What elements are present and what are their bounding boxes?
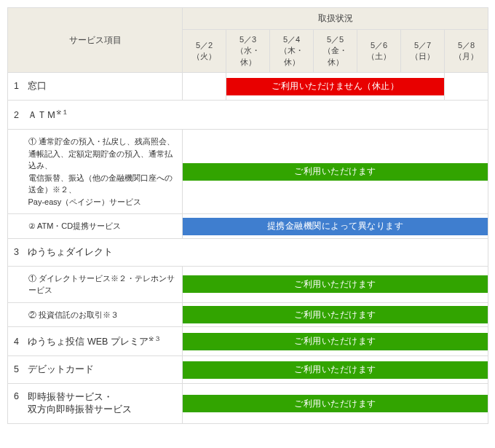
row-4-sup: ※３ bbox=[148, 335, 161, 342]
header-day-5: 5／7 （日） bbox=[401, 30, 445, 73]
bar-available-d2: ご利用いただけます bbox=[183, 306, 488, 323]
row-3-1-label: ① ダイレクトサービス※２・テレホンサービス bbox=[24, 266, 183, 302]
row-3: 3 ゆうちょダイレクト bbox=[8, 238, 488, 266]
row-4-label: ゆうちょ投信 WEB プレミア bbox=[28, 337, 148, 347]
header-day-0: 5／2 （火） bbox=[183, 30, 226, 73]
row-6: 6 即時振替サービス・ 双方向即時振替サービス ご利用いただけます bbox=[8, 384, 488, 424]
row-3-1: ① ダイレクトサービス※２・テレホンサービス ご利用いただけます bbox=[8, 266, 488, 302]
header-day-2: 5／4 （木・休） bbox=[270, 30, 314, 73]
bar-available-d1: ご利用いただけます bbox=[183, 275, 488, 293]
header-service: サービス項目 bbox=[8, 8, 183, 73]
row-3-2: ② 投資信託のお取引※３ ご利用いただけます bbox=[8, 302, 488, 327]
bar-varies: 提携金融機関によって異なります bbox=[183, 218, 488, 235]
row-2-2-label: ② ATM・CD提携サービス bbox=[24, 214, 183, 239]
row-1: 1 窓口 ご利用いただけません（休止） bbox=[8, 73, 488, 101]
row-1-label: 窓口 bbox=[28, 81, 47, 91]
bar-unavailable: ご利用いただけません（休止） bbox=[226, 78, 444, 95]
row-1-num: 1 bbox=[14, 81, 25, 91]
header-status: 取扱状況 bbox=[183, 8, 488, 30]
bar-available-4: ご利用いただけます bbox=[183, 333, 488, 350]
row-2-num: 2 bbox=[14, 110, 25, 120]
bar-available-6: ご利用いただけます bbox=[183, 395, 488, 412]
row-3-2-label: ② 投資信託のお取引※３ bbox=[24, 302, 183, 327]
row-2-1-label: ① 通常貯金の預入・払戻し、残高照会、 通帳記入、定額定期貯金の預入、通常払込み… bbox=[24, 130, 183, 214]
row-4: 4 ゆうちょ投信 WEB プレミア※３ ご利用いただけます bbox=[8, 327, 488, 356]
row-4-num: 4 bbox=[14, 337, 25, 347]
row-2-1: ① 通常貯金の預入・払戻し、残高照会、 通帳記入、定額定期貯金の預入、通常払込み… bbox=[8, 130, 488, 214]
header-day-6: 5／8 （月） bbox=[445, 30, 488, 73]
row-5: 5 デビットカード ご利用いただけます bbox=[8, 356, 488, 384]
row-2-label: ＡＴＭ bbox=[28, 110, 56, 120]
row-6-num: 6 bbox=[14, 391, 25, 401]
service-status-table: サービス項目 取扱状況 5／2 （火） 5／3 （水・休） 5／4 （木・休） … bbox=[7, 7, 488, 424]
row-6-label: 即時振替サービス・ 双方向即時振替サービス bbox=[28, 391, 132, 416]
header-day-1: 5／3 （水・休） bbox=[226, 30, 270, 73]
row-3-num: 3 bbox=[14, 247, 25, 257]
header-day-4: 5／6 （土） bbox=[357, 30, 401, 73]
row-5-num: 5 bbox=[14, 364, 25, 374]
bar-available-atm1: ご利用いただけます bbox=[183, 163, 488, 181]
row-2-2: ② ATM・CD提携サービス 提携金融機関によって異なります bbox=[8, 214, 488, 239]
row-5-label: デビットカード bbox=[28, 364, 94, 374]
row-2: 2 ＡＴＭ※１ bbox=[8, 101, 488, 130]
row-3-label: ゆうちょダイレクト bbox=[28, 247, 113, 257]
bar-available-5: ご利用いただけます bbox=[183, 361, 488, 379]
header-day-3: 5／5 （金・休） bbox=[314, 30, 357, 73]
row-2-sup: ※１ bbox=[56, 109, 68, 116]
